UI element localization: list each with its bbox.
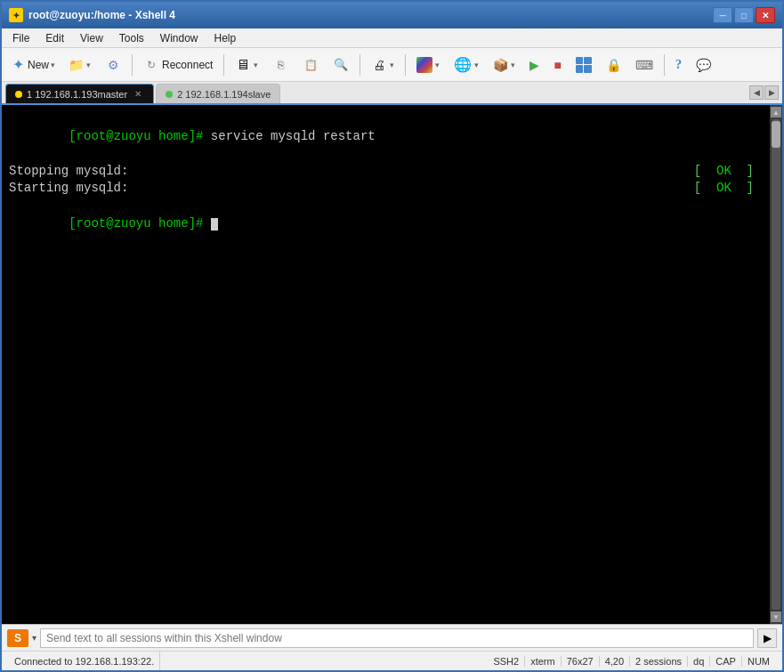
script-button[interactable]: ▶ (523, 52, 546, 78)
app-window: ✦ root@zuoyu:/home - Xshell 4 ─ □ ✕ File… (0, 0, 784, 672)
chat-button[interactable]: 💬 (690, 52, 717, 78)
app-icon: ✦ (9, 8, 23, 22)
menu-help[interactable]: Help (207, 30, 244, 46)
separator-2 (223, 54, 224, 76)
globe-button[interactable]: 🌐 ▾ (448, 52, 485, 78)
reconnect-label: Reconnect (162, 59, 213, 71)
properties-button[interactable]: ⚙ (99, 52, 127, 78)
reconnect-icon: ↻ (143, 57, 159, 73)
cap-status: CAP (710, 656, 742, 667)
transfer-icon: 📦 (493, 58, 508, 72)
protocol-text: SSH2 (493, 656, 519, 667)
find-icon: 🔍 (333, 57, 349, 73)
close-button[interactable]: ✕ (756, 7, 775, 23)
tab-bar: 1 192.168.1.193master ✕ 2 192.168.1.194s… (2, 82, 782, 105)
color-icon (416, 57, 432, 73)
tab-nav: ◀ ▶ (749, 85, 779, 100)
new-label: New (28, 59, 49, 71)
color-button[interactable]: ▾ (410, 52, 446, 78)
tab-1-close[interactable]: ✕ (132, 88, 144, 101)
tab-2-label: 2 192.168.1.194slave (177, 89, 271, 100)
terminal-scrollbar[interactable]: ▲ ▼ (770, 105, 782, 624)
lock-button[interactable]: 🔒 (600, 52, 627, 78)
connection-status: Connected to 192.168.1.193:22. (9, 652, 160, 670)
scroll-thumb (772, 121, 780, 148)
open-button[interactable]: 📁 ▾ (61, 52, 97, 78)
connection-text: Connected to 192.168.1.193:22. (14, 656, 154, 667)
maximize-button[interactable]: □ (734, 7, 754, 23)
menu-window[interactable]: Window (153, 30, 206, 46)
term-status: xterm (525, 656, 562, 667)
keyboard-icon: ⌨ (635, 58, 653, 72)
tab-2[interactable]: 2 192.168.1.194slave (156, 84, 280, 103)
session-dropdown-arrow: ▾ (254, 61, 258, 69)
tab-2-indicator (166, 91, 173, 98)
size-status: 76x27 (562, 656, 600, 667)
num-status: NUM (742, 656, 775, 667)
properties-icon: ⚙ (105, 57, 121, 73)
reconnect-button[interactable]: ↻ Reconnect (137, 52, 219, 78)
tab-1-label: 1 192.168.1.193master (27, 89, 127, 100)
scroll-down[interactable]: ▼ (771, 611, 781, 622)
lock-icon: 🔒 (606, 58, 621, 72)
session-manager-button[interactable] (570, 52, 598, 78)
size-text: 76x27 (567, 656, 594, 667)
cursor-text: 4,20 (605, 656, 624, 667)
tab-nav-left[interactable]: ◀ (749, 85, 764, 100)
dq-text: dq (693, 656, 704, 667)
globe-icon: 🌐 (454, 56, 472, 73)
new-dropdown-arrow: ▾ (51, 61, 55, 69)
print-button[interactable]: 🖨 ▾ (365, 52, 400, 78)
open-dropdown-arrow: ▾ (86, 61, 91, 69)
terminal-cursor (211, 218, 218, 231)
folder-icon: 📁 (68, 57, 84, 73)
stop-button[interactable]: ■ (547, 52, 567, 78)
copy-button[interactable]: ⎘ (266, 52, 295, 78)
keyboard-button[interactable]: ⌨ (629, 52, 659, 78)
minimize-button[interactable]: ─ (713, 7, 732, 23)
send-text-input[interactable] (40, 628, 754, 648)
cap-text: CAP (715, 656, 736, 667)
window-title: root@zuoyu:/home - Xshell 4 (28, 9, 175, 21)
session-manager-icon (576, 57, 592, 73)
copy-icon: ⎘ (272, 57, 288, 73)
help-icon: ? (675, 57, 683, 72)
find-button[interactable]: 🔍 (327, 52, 355, 78)
stop-icon: ■ (554, 58, 561, 72)
menu-file[interactable]: File (5, 30, 36, 46)
help-button[interactable]: ? (669, 52, 689, 78)
send-button[interactable]: ▶ (757, 628, 777, 648)
protocol-status: SSH2 (488, 656, 525, 667)
separator-4 (405, 54, 406, 76)
tab-1-indicator (15, 91, 22, 98)
menu-view[interactable]: View (73, 30, 110, 46)
transfer-button[interactable]: 📦 ▾ (487, 52, 521, 78)
print-icon: 🖨 (371, 57, 387, 73)
sessions-text: 2 sessions (635, 656, 682, 667)
status-bar: Connected to 192.168.1.193:22. SSH2 xter… (2, 651, 782, 670)
chat-icon: 💬 (696, 58, 711, 72)
script-icon: ▶ (529, 58, 539, 72)
scroll-up[interactable]: ▲ (771, 107, 781, 117)
session-dropdown-arrow[interactable]: ▾ (32, 633, 36, 643)
session-type-icon: 🖥 (235, 57, 251, 73)
new-icon: ✦ (10, 57, 26, 73)
tab-1[interactable]: 1 192.168.1.193master ✕ (5, 84, 154, 103)
terminal-line-1: [root@zuoyu home]# service mysqld restar… (9, 110, 763, 163)
status-right: SSH2 xterm 76x27 4,20 2 sessions dq CAP … (488, 656, 775, 667)
session-type-button[interactable]: 🖥 ▾ (229, 52, 264, 78)
paste-button[interactable]: 📋 (296, 52, 325, 78)
tab-nav-right[interactable]: ▶ (764, 85, 779, 100)
terminal-line-4: [root@zuoyu home]# (9, 198, 763, 250)
menu-tools[interactable]: Tools (112, 30, 151, 46)
terminal-container: [root@zuoyu home]# service mysqld restar… (2, 105, 782, 624)
title-bar-left: ✦ root@zuoyu:/home - Xshell 4 (9, 8, 175, 22)
menu-edit[interactable]: Edit (38, 30, 71, 46)
terminal[interactable]: [root@zuoyu home]# service mysqld restar… (2, 105, 770, 624)
terminal-line-2: Stopping mysqld: [ OK ] (9, 163, 763, 181)
dq-status: dq (688, 656, 710, 667)
separator-1 (132, 54, 133, 76)
new-button[interactable]: ✦ New ▾ (5, 52, 60, 78)
separator-3 (360, 54, 360, 76)
paste-icon: 📋 (303, 57, 319, 73)
